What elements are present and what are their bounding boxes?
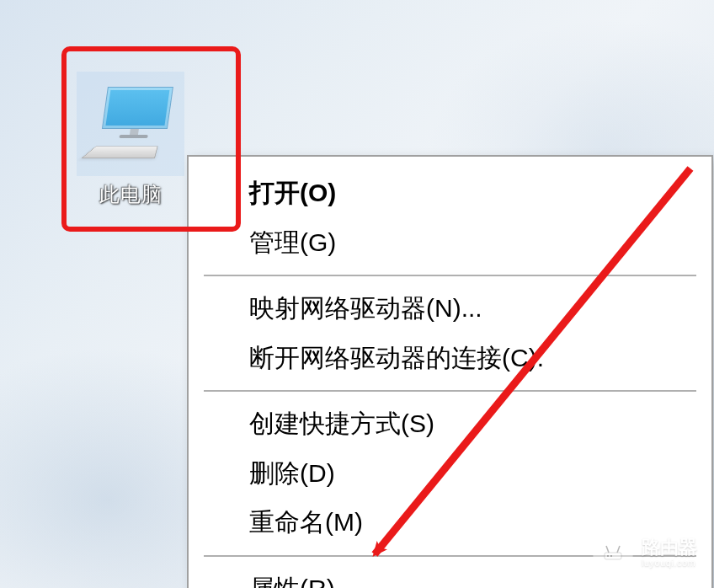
- watermark-subtitle: luyouqi.com: [642, 558, 697, 568]
- menu-item-open[interactable]: 打开(O): [192, 168, 708, 218]
- this-pc-icon-selection: [77, 72, 184, 176]
- desktop-icon-this-pc[interactable]: 此电脑: [67, 65, 194, 208]
- menu-item-manage[interactable]: 管理(G): [192, 218, 708, 268]
- watermark-router-icon: [593, 532, 633, 573]
- watermark: 路由器 luyouqi.com: [593, 532, 697, 573]
- menu-section-3: 创建快捷方式(S) 删除(D) 重命名(M): [192, 398, 708, 549]
- svg-point-6: [610, 555, 612, 557]
- this-pc-icon: [84, 82, 177, 166]
- desktop-icon-label: 此电脑: [99, 181, 163, 208]
- svg-line-4: [617, 546, 620, 553]
- menu-item-map-network-drive[interactable]: 映射网络驱动器(N)...: [192, 284, 708, 334]
- menu-item-create-shortcut[interactable]: 创建快捷方式(S): [192, 399, 708, 449]
- menu-item-disconnect-network-drive[interactable]: 断开网络驱动器的连接(C).: [192, 334, 708, 383]
- svg-point-5: [607, 555, 609, 557]
- monitor-graphic: [101, 87, 173, 134]
- svg-line-3: [606, 546, 609, 553]
- menu-divider: [204, 390, 696, 392]
- watermark-text: 路由器 luyouqi.com: [642, 537, 697, 568]
- watermark-title: 路由器: [642, 537, 697, 558]
- context-menu: 打开(O) 管理(G) 映射网络驱动器(N)... 断开网络驱动器的连接(C).…: [187, 155, 713, 588]
- keyboard-graphic: [82, 146, 158, 158]
- menu-section-2: 映射网络驱动器(N)... 断开网络驱动器的连接(C).: [192, 282, 708, 384]
- menu-divider: [204, 275, 696, 276]
- menu-item-delete[interactable]: 删除(D): [192, 449, 708, 499]
- menu-section-1: 打开(O) 管理(G): [192, 167, 708, 269]
